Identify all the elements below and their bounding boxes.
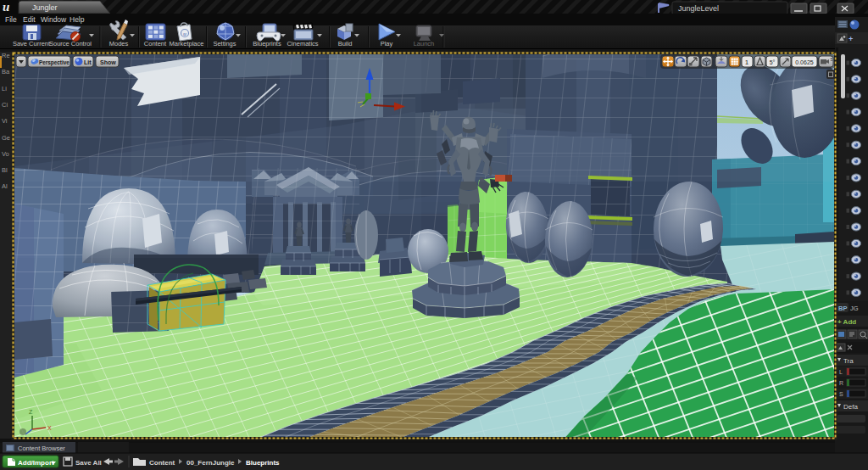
svg-text:1: 1 [745,59,749,66]
svg-text:Ci: Ci [2,101,8,109]
svg-text:+: + [849,35,853,43]
svg-text:Marketplace: Marketplace [170,40,204,48]
svg-text:Ge: Ge [2,134,10,142]
svg-text:Content: Content [144,40,167,48]
svg-text:+ Add: + Add [837,318,856,326]
svg-text:Edit: Edit [23,15,36,24]
svg-text:5°: 5° [770,59,776,65]
svg-text:Save All: Save All [75,459,102,467]
svg-text:Source Control: Source Control [49,40,92,48]
svg-text:BP: BP [838,305,847,312]
svg-text:Cinematics: Cinematics [287,40,318,48]
svg-text:Vo: Vo [2,150,9,158]
svg-text:5: 5 [830,57,832,62]
svg-text:R: R [839,380,843,386]
svg-text:Modes: Modes [109,40,129,48]
svg-text:Content Browser: Content Browser [18,445,65,452]
svg-text:JG: JG [850,305,859,312]
svg-text:Jungler: Jungler [32,3,58,12]
svg-text:Content: Content [149,459,175,467]
svg-text:S: S [839,391,843,397]
svg-text:Lit: Lit [84,59,92,65]
svg-text:File: File [5,15,17,24]
svg-text:Add/Import: Add/Import [18,459,54,467]
svg-text:0.0625: 0.0625 [795,59,814,65]
svg-text:Tra: Tra [843,357,854,365]
svg-text:Vi: Vi [2,117,8,125]
svg-text:Z: Z [29,409,33,415]
svg-text:Show: Show [100,59,116,65]
svg-text:Blueprints: Blueprints [246,459,280,467]
svg-text:Play: Play [381,40,393,48]
svg-text:Li: Li [2,85,7,92]
svg-text:u: u [3,0,9,14]
svg-text:Perspective: Perspective [39,59,70,66]
svg-text:Help: Help [70,15,85,24]
svg-text:JungleLevel: JungleLevel [678,4,719,13]
svg-text:00_FernJungle: 00_FernJungle [186,459,235,467]
svg-text:Save Current: Save Current [13,40,51,48]
svg-text:Launch: Launch [414,40,435,48]
svg-text:L: L [839,369,843,375]
svg-text:Ba: Ba [2,68,10,76]
svg-text:Settings: Settings [213,40,236,48]
svg-text:X: X [47,425,52,431]
svg-text:u: u [183,31,186,37]
svg-text:Defa: Defa [843,403,858,411]
svg-text:Blueprints: Blueprints [253,40,281,48]
svg-text:Al: Al [2,182,8,190]
svg-text:Window: Window [41,15,67,24]
svg-text:Build: Build [338,40,353,48]
svg-text:Bl: Bl [2,166,8,174]
svg-text:Re: Re [2,52,10,59]
